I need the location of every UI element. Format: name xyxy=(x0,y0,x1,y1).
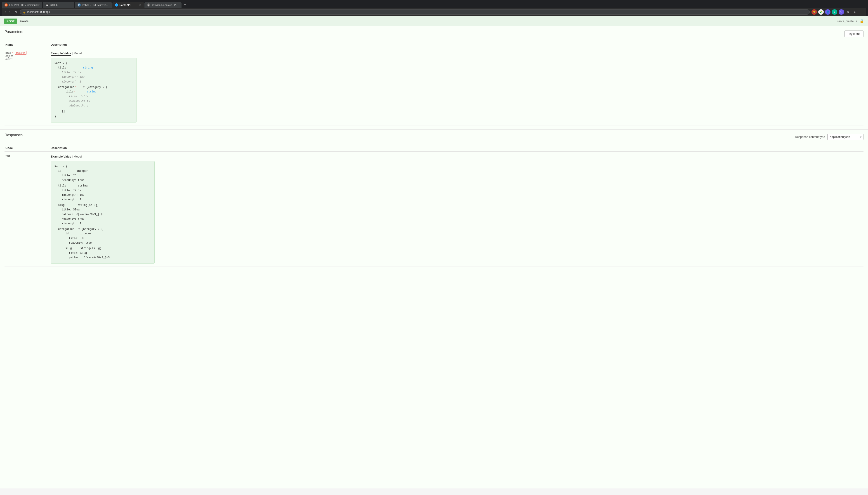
parameters-table-head: Name Description xyxy=(4,41,864,48)
download-icon[interactable]: ⬇ xyxy=(852,9,857,15)
schema-root-line: Rant ∨ { xyxy=(54,61,133,66)
reload-button[interactable]: ↻ xyxy=(13,10,18,15)
parameters-title: Parameters xyxy=(4,30,23,34)
resp-field-slug: slug string($slug) xyxy=(54,203,151,207)
resp-cat-meta-id-1: title: ID xyxy=(54,236,151,241)
param-name-cell: data * required object (body) xyxy=(4,48,50,125)
resp-cat-ftype-id: integer xyxy=(80,232,91,235)
browser-toolbar: ‹ › ↻ 🔒 localhost:8000/api/ 🦁 🧩 👤 ● U ⚙ … xyxy=(2,8,866,16)
browser-menu-icon[interactable]: ⋮ xyxy=(859,9,864,15)
model-tab[interactable]: Model xyxy=(72,51,82,56)
response-header-row: Code Description xyxy=(4,144,864,152)
resp-meta-slug-2: pattern: ^[-a-zA-Z0-9_]+$ xyxy=(54,212,151,217)
resp-cat-meta-slug-1: title: Slug xyxy=(54,251,151,255)
schema-meta-title-1: title: Title xyxy=(54,70,133,75)
tab-drf-nested[interactable]: d drf-writable-nested · PyPI xyxy=(144,2,182,8)
try-it-out-button[interactable]: Try it out xyxy=(845,31,864,37)
new-tab-button[interactable]: + xyxy=(182,1,188,8)
extensions-icon[interactable]: 🧩 xyxy=(818,9,824,15)
resp-meta-title-2: maxLength: 150 xyxy=(54,193,151,197)
parameters-header-row: Name Description xyxy=(4,41,864,48)
table-row: data * required object (body) Example Va… xyxy=(4,48,864,125)
col-name: Name xyxy=(4,41,50,48)
content-type-select[interactable]: application/json xyxy=(827,134,864,140)
param-description-cell: Example Value Model Rant ∨ { title strin… xyxy=(50,48,864,125)
resp-cat-field-id: id integer xyxy=(54,232,151,236)
responses-header: Responses Response content type applicat… xyxy=(4,133,864,141)
response-table: Code Description 201 Example Value Model xyxy=(4,144,864,267)
schema-root-name: Rant xyxy=(54,62,63,65)
response-table-body: 201 Example Value Model Rant ∨ { xyxy=(4,151,864,266)
response-content-type: Response content type application/json xyxy=(795,134,864,140)
address-bar[interactable]: 🔒 localhost:8000/api/ xyxy=(20,9,810,15)
forward-button[interactable]: › xyxy=(8,10,11,15)
user-icon-violet[interactable]: U xyxy=(839,9,844,15)
schema-meta-cat-title-1: title: Title xyxy=(54,94,133,99)
tab-label-github: GitHub xyxy=(50,4,58,6)
response-model-tab[interactable]: Model xyxy=(72,154,82,159)
response-example-tab[interactable]: Example Value xyxy=(51,154,71,159)
resp-cat-meta-id-2: readOnly: true xyxy=(54,241,151,245)
param-type: object xyxy=(5,54,49,58)
endpoint-collapse-icon[interactable]: ∧ xyxy=(855,19,858,23)
col-description: Description xyxy=(50,41,864,48)
schema-meta-title-2: maxLength: 150 xyxy=(54,75,133,79)
response-table-head: Code Description xyxy=(4,144,864,152)
param-name: data * required xyxy=(5,51,49,54)
resp-field-categories: categories ∨ [Category ∨ { xyxy=(54,227,151,232)
resp-cat-field-slug: slug string($slug) xyxy=(54,246,151,251)
endpoint-lock-icon[interactable]: 🔒 xyxy=(860,19,864,23)
response-example-model-tabs: Example Value Model xyxy=(51,154,863,159)
field-name-title: title xyxy=(58,66,68,69)
resp-fname-id: id xyxy=(58,170,61,173)
resp-meta-slug-1: title: Slug xyxy=(54,207,151,212)
resp-ftype-id: integer xyxy=(76,170,88,173)
resp-field-title: title string xyxy=(54,184,151,188)
schema-meta-cat-title-3: minLength: 1 xyxy=(54,103,133,108)
schema-field-categories: categories ∨ [Category ∨ { xyxy=(54,85,133,89)
tab-close-rants[interactable]: ✕ xyxy=(139,4,141,6)
param-required-star: * xyxy=(12,52,13,54)
resp-meta-id-2: readOnly: true xyxy=(54,178,151,183)
example-model-tabs: Example Value Model xyxy=(51,51,863,56)
resp-cat-fname-slug: slug xyxy=(65,247,72,250)
field-name-categories: categories xyxy=(58,86,76,89)
example-value-tab[interactable]: Example Value xyxy=(51,51,71,56)
schema-cat-close: }] xyxy=(54,109,133,114)
user-icon-purple[interactable]: 👤 xyxy=(825,9,831,15)
settings-icon[interactable]: ⚙ xyxy=(846,9,851,15)
endpoint-path: /rants/ xyxy=(20,19,837,23)
parameters-table-body: data * required object (body) Example Va… xyxy=(4,48,864,125)
back-button[interactable]: ‹ xyxy=(4,10,6,15)
tab-label-drf: drf-writable-nested · PyPI xyxy=(152,4,179,6)
resp-meta-id-1: title: ID xyxy=(54,173,151,178)
endpoint-name: rants_create xyxy=(837,19,854,23)
tab-favicon-edit-post: D xyxy=(4,3,8,6)
resp-ftype-slug: string($slug) xyxy=(78,204,99,207)
schema-root-close: } xyxy=(54,114,133,119)
parameters-section: Parameters Try it out Name Description d… xyxy=(0,26,868,129)
resp-fname-slug: slug xyxy=(58,204,65,207)
response-desc-cell: Example Value Model Rant ∨ { id integer xyxy=(50,151,864,266)
tab-favicon-python: P xyxy=(78,3,81,6)
resp-ftype-title: string xyxy=(78,184,87,187)
resp-fname-title: title xyxy=(58,184,66,187)
user-icon-green[interactable]: ● xyxy=(832,9,837,15)
param-schema-box: Rant ∨ { title string title: Title maxLe… xyxy=(51,58,137,122)
resp-meta-slug-4: minLength: 1 xyxy=(54,221,151,226)
response-schema-root-line: Rant ∨ { xyxy=(54,164,151,169)
api-page: POST /rants/ rants_create ∧ 🔒 Parameters… xyxy=(0,16,868,489)
tab-rants-api[interactable]: 🌐 Rants API ✕ xyxy=(112,2,144,8)
responses-title: Responses xyxy=(4,133,22,137)
tab-python-drf[interactable]: P python - DRF ManyToMany Fi... xyxy=(75,2,112,8)
tab-edit-post[interactable]: D Edit Post · DEV Community xyxy=(2,2,42,8)
tab-label-rants: Rants API xyxy=(120,4,131,6)
resp-meta-title-1: title: Title xyxy=(54,188,151,193)
schema-meta-title-3: minLength: 1 xyxy=(54,80,133,84)
brave-icon[interactable]: 🦁 xyxy=(812,9,817,15)
param-location: (body) xyxy=(5,58,49,61)
table-row: 201 Example Value Model Rant ∨ { xyxy=(4,151,864,266)
tab-github[interactable]: GitHub xyxy=(43,2,74,8)
tab-label-edit-post: Edit Post · DEV Community xyxy=(9,4,39,6)
resp-meta-slug-3: readOnly: true xyxy=(54,217,151,221)
